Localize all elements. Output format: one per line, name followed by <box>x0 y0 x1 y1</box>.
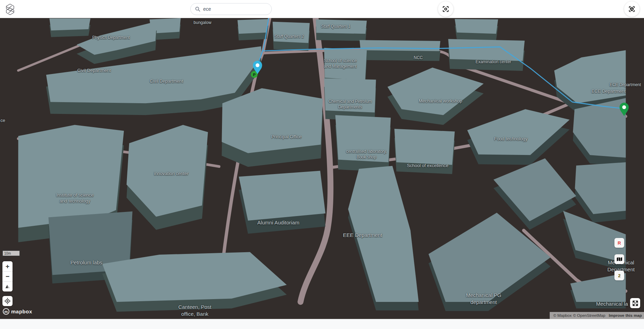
mapbox-logo-word: mapbox <box>11 309 32 314</box>
floor-selector-button[interactable]: 2 <box>614 271 624 280</box>
attrib-osm-link[interactable]: © OpenStreetMap <box>573 313 605 318</box>
map-3d-scene: P <box>0 18 644 319</box>
cube-scan-icon <box>628 5 636 13</box>
scan-focus-icon <box>442 5 450 13</box>
bottom-strip <box>0 319 644 329</box>
expand-arrows-icon <box>632 300 638 306</box>
app-logo-icon <box>4 3 16 15</box>
fullscreen-button[interactable] <box>630 298 640 308</box>
mapbox-logo-icon: m <box>3 308 9 315</box>
folded-map-icon <box>617 256 622 262</box>
search-bar[interactable] <box>190 3 272 15</box>
map-style-button[interactable] <box>614 254 624 264</box>
svg-text:P: P <box>253 73 256 77</box>
geolocate-target-icon <box>4 298 11 304</box>
search-input[interactable] <box>203 6 259 12</box>
mapbox-logo[interactable]: m mapbox <box>3 308 32 315</box>
top-navbar <box>0 0 644 18</box>
compass-icon <box>5 283 11 290</box>
map-attribution: © Mapbox © OpenStreetMap Improve this ma… <box>550 312 644 319</box>
geolocate-button[interactable] <box>2 296 13 306</box>
zoom-out-button[interactable]: − <box>2 271 13 281</box>
compass-pitch-button[interactable] <box>2 281 13 291</box>
improve-map-link[interactable]: Improve this map <box>609 313 642 318</box>
zoom-control-group: + − <box>2 261 13 291</box>
route-toggle-button[interactable]: R <box>614 238 624 248</box>
zoom-in-button[interactable]: + <box>2 261 13 271</box>
3d-cube-scan-button[interactable] <box>624 1 639 17</box>
map-canvas[interactable]: P bungalowStaff Quarters 2Staff Quarters… <box>0 18 644 319</box>
camera-scan-button[interactable] <box>438 1 453 17</box>
map-scale-bar: 10m <box>2 250 20 256</box>
attrib-mapbox-link[interactable]: © Mapbox <box>553 313 572 318</box>
search-icon <box>195 6 200 12</box>
